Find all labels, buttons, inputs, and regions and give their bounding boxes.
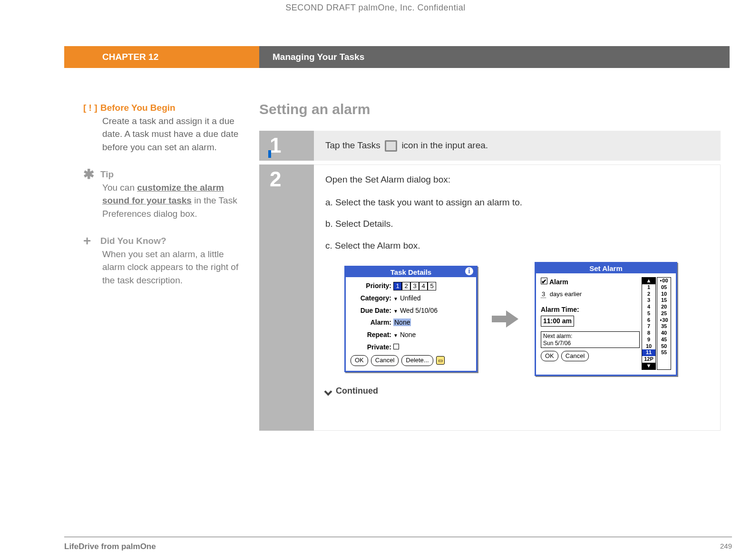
sidebar: [ ! ]Before You Begin Create a task and … (83, 101, 259, 434)
hour-option[interactable]: 2 (642, 291, 655, 298)
sa-cancel-button[interactable]: Cancel (561, 351, 589, 361)
minute-option[interactable]: 25 (657, 310, 671, 317)
hour-option[interactable]: 11 (642, 349, 655, 356)
alarm-time-label: Alarm Time: (541, 305, 640, 315)
page-footer: LifeDrive from palmOne 249 (64, 542, 732, 551)
td-delete-button[interactable]: Delete... (401, 355, 433, 366)
category-value[interactable]: ▼Unfiled (393, 293, 421, 304)
chapter-header: CHAPTER 12 Managing Your Tasks (64, 46, 730, 68)
continued-label: Continued (325, 385, 709, 398)
step-2-number: 2 (259, 164, 314, 431)
time-picker[interactable]: ▲ 123456789101112P▼ 00051015202530354045… (642, 277, 671, 370)
alarm-value[interactable]: None (393, 318, 411, 328)
step-2-intro: Open the Set Alarm dialog box: (325, 173, 709, 186)
repeat-label: Repeat: (351, 330, 393, 340)
step-1-pre: Tap the Tasks (325, 140, 383, 150)
priority-2[interactable]: 2 (402, 282, 410, 290)
minutes-column[interactable]: 000510152025303540455055 (657, 277, 671, 370)
repeat-value[interactable]: ▼None (393, 330, 416, 340)
td-cancel-button[interactable]: Cancel (371, 355, 399, 366)
hour-option[interactable]: 8 (642, 330, 655, 337)
footer-rule (64, 537, 732, 537)
priority-3[interactable]: 3 (410, 282, 419, 290)
step-2-c: c. Select the Alarm box. (325, 239, 709, 252)
hour-option[interactable]: 6 (642, 317, 655, 324)
before-body: Create a task and assign it a due date. … (102, 115, 245, 154)
arrow-right-icon (492, 309, 520, 328)
tip-title: Tip (100, 169, 114, 179)
minute-option[interactable]: 50 (657, 343, 671, 350)
minute-option[interactable]: 35 (657, 323, 671, 330)
hour-option[interactable]: 4 (642, 304, 655, 310)
step-1-post: icon in the input area. (401, 140, 488, 150)
next-alarm-box: Next alarm: Sun 5/7/06 (541, 331, 640, 348)
td-ok-button[interactable]: OK (351, 355, 368, 366)
minute-option[interactable]: 10 (657, 291, 671, 298)
step-1-content: Tap the Tasks icon in the input area. (314, 131, 721, 161)
priority-1[interactable]: 1 (393, 282, 402, 290)
hour-option[interactable]: 3 (642, 297, 655, 304)
days-earlier-label: days earlier (550, 290, 582, 298)
minute-option[interactable]: 00 (657, 278, 671, 284)
asterisk-icon: ✱ (83, 170, 100, 179)
alarm-label: Alarm: (351, 318, 393, 328)
section-title: Setting an alarm (259, 101, 732, 117)
hour-option[interactable]: 5 (642, 310, 655, 317)
hour-option[interactable]: 7 (642, 323, 655, 330)
private-checkbox[interactable] (393, 342, 399, 353)
dropdown-icon: ▼ (393, 333, 398, 338)
priority-label: Priority: (351, 281, 393, 291)
before-you-begin: [ ! ]Before You Begin Create a task and … (83, 101, 245, 154)
did-you-know: +Did You Know? When you set an alarm, a … (83, 234, 245, 287)
tasks-app-icon (385, 140, 397, 152)
hour-option[interactable]: 1 (642, 284, 655, 291)
hours-column[interactable]: ▲ 123456789101112P▼ (642, 277, 656, 370)
minute-option[interactable]: 45 (657, 337, 671, 343)
task-details-dialog: Task Details i Priority: 1 2 3 4 (344, 266, 478, 372)
hour-option[interactable]: 12P (642, 356, 655, 363)
alarm-time-value[interactable]: 11:00 am (541, 316, 574, 327)
minute-option[interactable]: 55 (657, 349, 671, 356)
before-title: Before You Begin (100, 103, 176, 113)
screenshots-row: Task Details i Priority: 1 2 3 4 (344, 262, 709, 376)
step-2: 2 Open the Set Alarm dialog box: a. Sele… (259, 164, 721, 431)
hour-option[interactable]: 10 (642, 343, 655, 350)
minute-option[interactable]: 30 (657, 317, 671, 324)
step-1: 1 Tap the Tasks icon in the input area. (259, 131, 721, 161)
minute-option[interactable]: 40 (657, 330, 671, 337)
alarm-enable-row[interactable]: Alarm (541, 277, 640, 288)
minute-option[interactable]: 15 (657, 297, 671, 304)
priority-5[interactable]: 5 (428, 282, 436, 290)
days-earlier-value[interactable]: 3 (541, 290, 546, 298)
dyk-title: Did You Know? (100, 236, 166, 246)
priority-selector[interactable]: 1 2 3 4 5 (393, 282, 436, 290)
step-1-number: 1 (259, 131, 314, 161)
priority-4[interactable]: 4 (419, 282, 428, 290)
sa-ok-button[interactable]: OK (541, 351, 558, 361)
set-alarm-dialog: Set Alarm Alarm 3 days earlier (535, 262, 677, 376)
step-2-a: a. Select the task you want to assign an… (325, 195, 709, 209)
step-2-content: Open the Set Alarm dialog box: a. Select… (314, 164, 721, 431)
change-bar (268, 150, 271, 158)
plus-icon: + (83, 236, 100, 246)
due-date-label: Due Date: (351, 306, 393, 316)
tip-note: ✱Tip You can customize the alarm sound f… (83, 168, 245, 220)
footer-product: LifeDrive from palmOne (64, 542, 156, 551)
minute-option[interactable]: 20 (657, 304, 671, 310)
alarm-checkbox[interactable] (541, 278, 547, 284)
continued-arrow-icon (324, 387, 332, 396)
hour-option[interactable]: 9 (642, 337, 655, 343)
chapter-title: Managing Your Tasks (259, 46, 730, 68)
task-details-title: Task Details (346, 267, 476, 278)
chapter-label: CHAPTER 12 (64, 46, 259, 68)
dyk-body: When you set an alarm, a little alarm cl… (102, 248, 245, 287)
tip-pre: You can (102, 183, 137, 193)
step-2-b: b. Select Details. (325, 217, 709, 231)
private-label: Private: (351, 342, 393, 353)
due-date-value[interactable]: ▼Wed 5/10/06 (393, 306, 438, 316)
note-icon[interactable]: ▭ (436, 356, 445, 365)
confidential-header: SECOND DRAFT palmOne, Inc. Confidential (19, 0, 732, 13)
main-content: Setting an alarm 1 Tap the Tasks icon in… (259, 101, 732, 434)
tip-body: You can customize the alarm sound for yo… (102, 181, 245, 221)
minute-option[interactable]: 05 (657, 284, 671, 291)
